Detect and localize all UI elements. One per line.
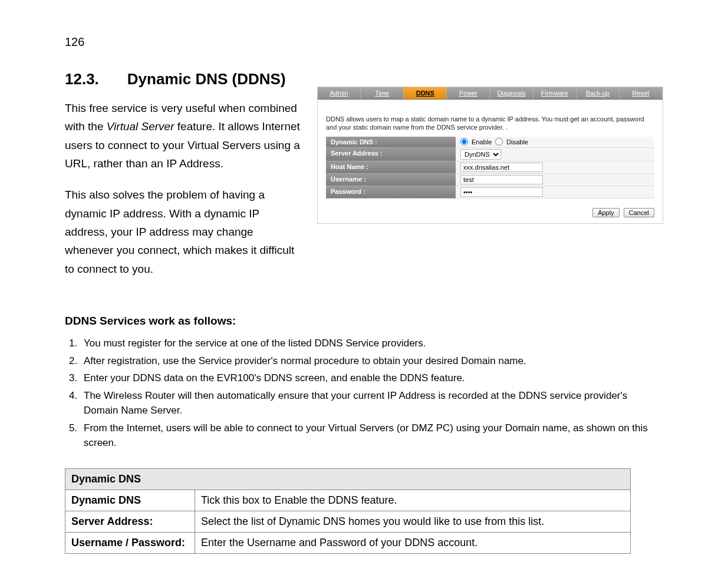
tab-power[interactable]: Power (447, 87, 490, 99)
step-item: Enter your DDNS data on the EVR100's DDN… (80, 371, 663, 386)
para-1: This free service is very useful when co… (65, 99, 301, 173)
tab-reset[interactable]: Reset (620, 87, 663, 99)
steps-heading: DDNS Services work as follows: (65, 315, 663, 328)
section-title: Dynamic DNS (DDNS) (127, 70, 286, 88)
table-desc: Select the list of Dynamic DNS homes you… (195, 511, 631, 532)
table-desc: Enter the Username and Password of your … (195, 532, 631, 553)
para-2: This also solves the problem of having a… (65, 186, 301, 278)
radio-disable[interactable] (495, 138, 503, 146)
tab-time[interactable]: Time (361, 87, 404, 99)
section-heading: 12.3.Dynamic DNS (DDNS) (65, 70, 301, 88)
radio-enable-label: Enable (472, 138, 492, 146)
step-item: You must register for the service at one… (80, 336, 663, 351)
table-label: Server Address: (65, 511, 195, 532)
section-number: 12.3. (65, 70, 99, 88)
field-table: Dynamic DNS Dynamic DNS Tick this box to… (65, 468, 631, 554)
apply-button[interactable]: Apply (592, 208, 620, 217)
steps-list: You must register for the service at one… (65, 336, 663, 451)
tab-ddns[interactable]: DDNS (404, 87, 447, 99)
router-screenshot: Admin Time DDNS Power Diagnosis Firmware… (317, 87, 663, 224)
step-item: After registration, use the Service prov… (80, 353, 663, 369)
row-pass-label: Password : (326, 186, 456, 199)
server-select[interactable]: DynDNS (460, 149, 501, 160)
tab-diagnosis[interactable]: Diagnosis (490, 87, 533, 99)
row-server-label: Server Address : (326, 148, 456, 161)
router-tabbar: Admin Time DDNS Power Diagnosis Firmware… (318, 87, 663, 100)
table-header: Dynamic DNS (65, 468, 631, 490)
radio-enable[interactable] (460, 138, 468, 146)
tab-admin[interactable]: Admin (318, 87, 361, 99)
tab-firmware[interactable]: Firmware (533, 87, 577, 99)
pass-input[interactable] (460, 187, 543, 197)
row-dyn-label: Dynamic DNS : (326, 137, 456, 148)
row-host-label: Host Name : (326, 161, 456, 174)
step-item: The Wireless Router will then automatica… (80, 388, 663, 418)
cancel-button[interactable]: Cancel (624, 208, 654, 217)
host-input[interactable] (460, 163, 543, 172)
router-desc: DDNS allows users to map a static domain… (318, 100, 663, 137)
row-user-label: Username : (326, 174, 456, 186)
step-item: From the Internet, users will be able to… (80, 421, 663, 451)
tab-backup[interactable]: Back-up (577, 87, 620, 99)
user-input[interactable] (460, 175, 543, 184)
radio-disable-label: Disable (506, 138, 528, 146)
table-label: Username / Password: (65, 532, 195, 553)
page-number: 126 (65, 35, 663, 49)
table-desc: Tick this box to Enable the DDNS feature… (195, 490, 631, 511)
table-label: Dynamic DNS (65, 490, 195, 511)
